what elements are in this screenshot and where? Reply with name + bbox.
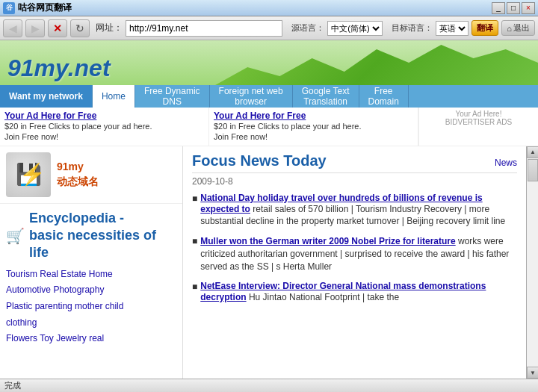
nav-label-line1: Free bbox=[374, 86, 393, 96]
maximize-button[interactable]: □ bbox=[507, 2, 520, 14]
nav-label-line1: Free Dynamic bbox=[144, 86, 200, 96]
minimize-button[interactable]: _ bbox=[492, 2, 505, 14]
site-logo: 91my.net bbox=[7, 55, 111, 82]
enc-link-clothing[interactable]: clothing bbox=[6, 317, 37, 328]
encyclopedia-links: Tourism Real Estate Home Automotive Phot… bbox=[6, 267, 176, 347]
enc-link-child[interactable]: child bbox=[105, 301, 124, 311]
ads-row: Your Ad Here for Free $20 in Free Clicks… bbox=[0, 108, 538, 146]
nav-translate[interactable]: Google Text Translation bbox=[293, 85, 359, 108]
url-label: 网址： bbox=[96, 22, 123, 34]
ad-right-link[interactable]: Your Ad Here for Free bbox=[214, 111, 413, 121]
enc-link-toy[interactable]: Toy bbox=[40, 333, 54, 343]
main-content: 💾 ⚡ 91my 动态域名 🛒 Encyclopedia -basic nece… bbox=[0, 146, 538, 379]
news-body-3: NetEase Interview: Director General Nati… bbox=[200, 281, 517, 304]
url-input[interactable] bbox=[126, 20, 282, 37]
enc-link-real[interactable]: real bbox=[89, 333, 104, 343]
enc-link-parenting[interactable]: parenting bbox=[35, 301, 72, 311]
news-snippet-3: Hu Jintao National Footprint | take the bbox=[249, 292, 399, 302]
enc-link-tourism[interactable]: Tourism bbox=[6, 269, 37, 279]
ad-right: Your Ad Here for Free $20 in Free Clicks… bbox=[209, 108, 418, 146]
ad-left-link[interactable]: Your Ad Here for Free bbox=[4, 111, 204, 121]
news-body-1: National Day holiday travel over hundred… bbox=[200, 193, 517, 228]
bidvertiser-tag: Your Ad Here!BIDVERTISER ADS bbox=[424, 109, 534, 127]
enc-link-photography[interactable]: Photography bbox=[53, 284, 104, 295]
status-text: 完成 bbox=[4, 380, 21, 391]
source-lang-label: 源语言： bbox=[291, 22, 324, 34]
ad-left-text1: $20 in Free Clicks to place your ad here… bbox=[4, 121, 204, 131]
domain-text-line2: 动态域名 bbox=[57, 175, 99, 190]
news-item-1: ■ National Day holiday travel over hundr… bbox=[192, 193, 517, 228]
scroll-track bbox=[527, 158, 538, 367]
nav-label-line2: DNS bbox=[163, 96, 182, 107]
translate-button[interactable]: 翻译 bbox=[471, 20, 498, 36]
target-lang-select[interactable]: 英语 bbox=[436, 21, 469, 36]
nav-dns[interactable]: Free Dynamic DNS bbox=[135, 85, 210, 108]
enc-link-automotive[interactable]: Automotive bbox=[6, 284, 51, 295]
cart-icon: 🛒 bbox=[6, 226, 25, 246]
grass-decoration bbox=[215, 40, 538, 85]
source-lang-select[interactable]: 中文(简体) bbox=[327, 21, 383, 36]
nav-home[interactable]: Home bbox=[93, 85, 135, 108]
titlebar-controls: _ □ × bbox=[492, 2, 535, 14]
ad-right-text1: $20 in Free Clicks to place your ad here… bbox=[214, 121, 413, 131]
browser-content: 91my.net Want my network Home Free Dynam… bbox=[0, 40, 538, 379]
news-link[interactable]: News bbox=[495, 158, 517, 168]
nav-label-line2: browser bbox=[235, 96, 267, 107]
nav-label: Home bbox=[102, 91, 126, 102]
news-item-3: ■ NetEase Interview: Director General Na… bbox=[192, 281, 517, 304]
right-content: Focus News Today News 2009-10-8 ■ Nation… bbox=[183, 146, 526, 379]
stop-button[interactable]: ✕ bbox=[48, 19, 67, 37]
domain-text: 91my 动态域名 bbox=[57, 160, 99, 189]
nav-browser[interactable]: Foreign net web browser bbox=[210, 85, 293, 108]
focus-title: Focus News Today bbox=[192, 152, 327, 169]
enc-link-jewelry[interactable]: Jewelry bbox=[56, 333, 87, 343]
scroll-down-button[interactable]: ▼ bbox=[527, 367, 538, 379]
ad-left-text2: Join Free now! bbox=[4, 131, 204, 142]
enc-link-plastic[interactable]: Plastic bbox=[6, 301, 32, 311]
nav-label-line1: Google Text bbox=[302, 86, 350, 96]
close-button[interactable]: × bbox=[522, 2, 535, 14]
scroll-thumb[interactable] bbox=[528, 159, 538, 181]
lightning-icon: ⚡ bbox=[19, 162, 46, 187]
domain-text-line1: 91my bbox=[57, 160, 99, 175]
sidebar: 💾 ⚡ 91my 动态域名 🛒 Encyclopedia -basic nece… bbox=[0, 146, 183, 379]
forward-button[interactable]: ▶ bbox=[25, 19, 45, 37]
statusbar: 完成 bbox=[0, 379, 538, 392]
encyclopedia-title: 🛒 Encyclopedia -basic necessities of lif… bbox=[6, 210, 176, 262]
toolbar: ◀ ▶ ✕ ↻ 网址： 源语言： 中文(简体) 目标语言： 英语 翻译 ⌂ 退出 bbox=[0, 16, 538, 40]
nav-label-line2: Translation bbox=[303, 96, 347, 107]
encyclopedia-section: 🛒 Encyclopedia -basic necessities of lif… bbox=[0, 204, 182, 353]
scrollbar: ▲ ▼ bbox=[526, 146, 538, 379]
nav-label-line1: Foreign net web bbox=[219, 86, 283, 96]
news-item-2: ■ Muller won the German writer 2009 Nobe… bbox=[192, 235, 517, 273]
enc-link-mother[interactable]: mother bbox=[75, 301, 102, 311]
enc-link-realestate[interactable]: Real Estate bbox=[40, 269, 86, 279]
titlebar-left: 谷 咕谷网页翻译 bbox=[3, 1, 72, 14]
enc-title-text: Encyclopedia -basic necessities of life bbox=[29, 210, 176, 262]
target-lang-label: 目标语言： bbox=[392, 22, 433, 34]
nav-domain[interactable]: Free Domain bbox=[359, 85, 409, 108]
titlebar: 谷 咕谷网页翻译 _ □ × bbox=[0, 0, 538, 16]
ad-right-text2: Join Free now! bbox=[214, 131, 413, 142]
exit-button[interactable]: ⌂ 退出 bbox=[501, 20, 535, 36]
bullet-2: ■ bbox=[192, 236, 197, 273]
focus-header: Focus News Today News bbox=[192, 152, 517, 173]
site-header: 91my.net bbox=[0, 40, 538, 85]
nav-want-network[interactable]: Want my network bbox=[0, 85, 93, 108]
back-button[interactable]: ◀ bbox=[3, 19, 22, 37]
domain-box: 💾 ⚡ 91my 动态域名 bbox=[0, 146, 182, 204]
nav-label-line2: Domain bbox=[368, 96, 399, 107]
titlebar-title: 咕谷网页翻译 bbox=[18, 1, 72, 14]
domain-icon: 💾 ⚡ bbox=[6, 152, 51, 197]
bullet-3: ■ bbox=[192, 281, 197, 304]
app-icon: 谷 bbox=[3, 2, 15, 14]
navigation-bar: Want my network Home Free Dynamic DNS Fo… bbox=[0, 85, 538, 108]
refresh-button[interactable]: ↻ bbox=[70, 19, 90, 37]
enc-link-home[interactable]: Home bbox=[89, 269, 113, 279]
news-body-2: Muller won the German writer 2009 Nobel … bbox=[200, 235, 517, 273]
news-headline-2[interactable]: Muller won the German writer 2009 Nobel … bbox=[200, 236, 455, 246]
enc-link-flowers[interactable]: Flowers bbox=[6, 333, 37, 343]
scroll-up-button[interactable]: ▲ bbox=[527, 146, 538, 158]
home-icon: ⌂ bbox=[507, 24, 512, 33]
exit-label: 退出 bbox=[513, 22, 530, 34]
